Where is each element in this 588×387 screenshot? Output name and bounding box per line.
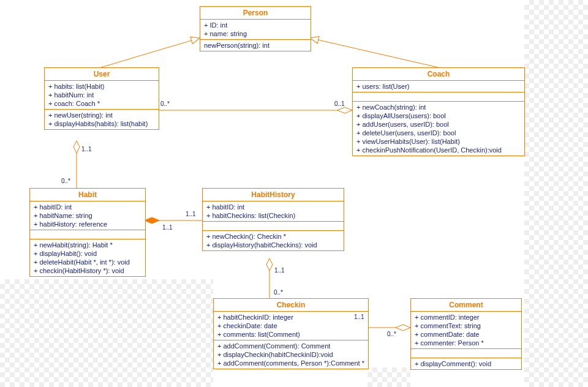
method: + displayComment(): void	[415, 359, 518, 368]
methods: + displayComment(): void	[411, 358, 521, 369]
attr: + habits: list(Habit)	[48, 82, 155, 91]
empty-section	[353, 92, 524, 102]
class-comment[interactable]: Comment + commentID: integer + commentTe…	[410, 298, 522, 370]
attr: + users: list(User)	[356, 82, 521, 91]
empty-section	[203, 222, 344, 231]
methods: + newHabit(string): Habit * + displayHab…	[30, 239, 145, 276]
attr: + habitCheckins: list(Checkin)	[206, 211, 340, 220]
diamond-hh-checkin	[266, 258, 273, 271]
class-title: Coach	[353, 68, 524, 81]
class-title: HabitHistory	[203, 189, 344, 201]
attributes: + commentID: integer + commentText: stri…	[411, 312, 521, 349]
attr: + coach: Coach *	[48, 99, 155, 108]
attributes: + habitID: int + habitCheckins: list(Che…	[203, 201, 344, 222]
method: + deleteUser(users, userID): bool	[356, 129, 521, 137]
mult-label: 0..1	[334, 100, 345, 107]
diamond-habit-hh	[145, 217, 159, 224]
class-title: Person	[200, 7, 311, 20]
method: + checkin(HabitHistory *): void	[34, 266, 141, 275]
diamond-coach-user	[337, 107, 352, 113]
attr: + comments: list(Comment)	[217, 330, 364, 339]
class-user[interactable]: User + habits: list(Habit) + habitNum: i…	[44, 67, 159, 130]
mult-label: 0..*	[387, 331, 396, 337]
class-checkin[interactable]: Checkin + habitCheckinID: integer + chec…	[213, 298, 369, 369]
attributes: + ID: int + name: string	[200, 20, 311, 40]
mult-label: 1..1	[162, 224, 173, 231]
methods: + newCoach(string): int + displayAllUser…	[353, 102, 524, 156]
class-coach[interactable]: Coach + users: list(User) + newCoach(str…	[352, 67, 525, 156]
class-title: Comment	[411, 299, 521, 312]
method: + viewUserHabits(User): list(Habit)	[356, 137, 521, 146]
method: + newHabit(string): Habit *	[34, 241, 141, 249]
mult-label: 1..1	[186, 211, 196, 217]
class-title: User	[45, 68, 159, 81]
attr: + commentDate: date	[415, 330, 518, 339]
class-person[interactable]: Person + ID: int + name: string newPerso…	[200, 6, 311, 51]
attr: + ID: int	[204, 21, 307, 29]
method: + displayCheckin(habitCheckinID):void	[217, 350, 364, 359]
attr: + habitHistory: reference	[34, 220, 141, 228]
diamond-checkin-comment	[396, 325, 410, 331]
method: + displayAllUsers(users): bool	[356, 111, 521, 120]
class-title: Checkin	[214, 299, 368, 312]
attributes: + users: list(User)	[353, 81, 524, 92]
attr: + habitNum: int	[48, 91, 155, 99]
mult-label: 0..*	[61, 178, 70, 184]
method: + newUser(string): int	[48, 111, 155, 119]
method: + displayHabits(habits): list(habit)	[48, 119, 155, 128]
mult-label: 1..1	[354, 314, 364, 320]
class-habit[interactable]: Habit + habitID: int + habitName: string…	[29, 188, 146, 277]
attr: + commenter: Person *	[415, 339, 518, 347]
transparency-gap	[368, 367, 410, 387]
mult-label: 0..*	[160, 100, 170, 107]
method: newPerson(string): int	[204, 41, 307, 50]
method: + addUser(users, userID): bool	[356, 120, 521, 129]
method: + addComment(Comment): Comment	[217, 342, 364, 350]
attr: + habitID: int	[206, 203, 340, 211]
method: + newCoach(string): int	[356, 103, 521, 111]
transparency-bottom-left	[0, 279, 213, 387]
class-title: Habit	[30, 189, 145, 201]
methods: + newUser(string): int + displayHabits(h…	[45, 110, 159, 129]
method: + displayHabit(): void	[34, 249, 141, 258]
attributes: + habitCheckinID: integer + checkinDate:…	[214, 312, 368, 340]
methods: newPerson(string): int	[200, 40, 311, 51]
method: + displayHistory(habitCheckins): void	[206, 241, 340, 249]
class-habithistory[interactable]: HabitHistory + habitID: int + habitCheck…	[202, 188, 344, 251]
methods: + newCheckin(): Checkin * + displayHisto…	[203, 231, 344, 250]
mult-label: 1..1	[81, 146, 92, 152]
transparency-right	[524, 0, 588, 387]
diamond-user-habit	[74, 141, 80, 153]
attr: + name: string	[204, 29, 307, 38]
edge-coach-person	[310, 38, 438, 67]
method: + checkinPushNotification(UserID, Checki…	[356, 146, 521, 154]
attr: + habitCheckinID: integer	[217, 313, 364, 321]
attr: + habitID: int	[34, 203, 141, 211]
attr: + commentText: string	[415, 321, 518, 330]
mult-label: 0..*	[274, 289, 283, 296]
attr: + habitName: string	[34, 211, 141, 220]
method: + deleteHabit(Habit *, int *): void	[34, 258, 141, 266]
methods: + addComment(Comment): Comment + display…	[214, 340, 368, 369]
attributes: + habits: list(Habit) + habitNum: int + …	[45, 81, 159, 110]
attr: + commentID: integer	[415, 313, 518, 321]
attributes: + habitID: int + habitName: string + hab…	[30, 201, 145, 230]
empty-section	[411, 349, 521, 358]
method: + newCheckin(): Checkin *	[206, 232, 340, 241]
method: + addComment(comments, Person *):Comment…	[217, 359, 364, 367]
attr: + checkinDate: date	[217, 321, 364, 330]
mult-label: 1..1	[274, 267, 285, 274]
empty-section	[30, 230, 145, 239]
edge-user-person	[101, 38, 200, 67]
uml-diagram-canvas: Person + ID: int + name: string newPerso…	[0, 0, 588, 387]
